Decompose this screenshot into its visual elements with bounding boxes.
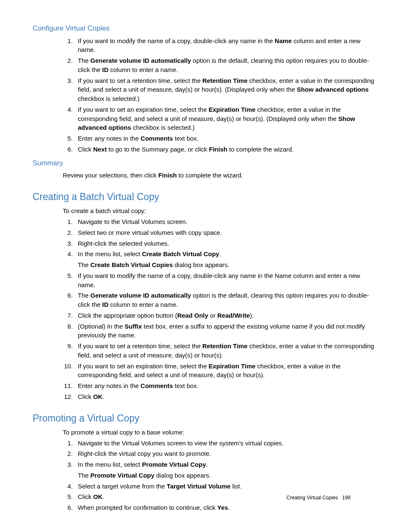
heading-promoting-virtual-copy: Promoting a Virtual Copy xyxy=(33,411,375,425)
list-item: If you want to set a retention time, sel… xyxy=(74,76,375,103)
list-item: The Generate volume ID automatically opt… xyxy=(74,291,375,309)
list-item: Select two or more virtual volumes with … xyxy=(74,228,375,237)
list-item: If you want to set an expiration time, s… xyxy=(74,105,375,132)
footer-page: 199 xyxy=(342,495,350,501)
list-item: Navigate to the Virtual Volumes screen t… xyxy=(74,439,375,448)
list-item: Click OK. xyxy=(74,392,375,401)
heading-configure-virtual-copies: Configure Virtual Copies xyxy=(33,23,375,34)
list-item: Navigate to the Virtual Volumes screen. xyxy=(74,217,375,226)
list-item: If you want to set an expiration time, s… xyxy=(74,362,375,380)
list-item: Select a target volume from the Target V… xyxy=(74,482,375,491)
list-item: Right-click the virtual copy you want to… xyxy=(74,449,375,458)
list-item: (Optional) In the Suffix text box, enter… xyxy=(74,322,375,340)
list-item: Right-click the selected volumes. xyxy=(74,239,375,248)
list-item: Enter any notes in the Comments text box… xyxy=(74,381,375,391)
list-item: In the menu list, select Promote Virtual… xyxy=(74,460,375,480)
heading-summary: Summary xyxy=(33,158,375,169)
list-item: Click the appropriate option button (Rea… xyxy=(74,311,375,320)
summary-text: Review your selections, then click Finis… xyxy=(63,171,375,180)
list-item: If you want to modify the name of a copy… xyxy=(74,36,375,55)
intro-batch: To create a batch virtual copy: xyxy=(63,206,375,216)
list-item: In the menu list, select Create Batch Vi… xyxy=(74,249,375,270)
list-batch-virtual-copy: Navigate to the Virtual Volumes screen.S… xyxy=(62,217,375,401)
intro-promote: To promote a virtual copy to a base volu… xyxy=(63,428,375,437)
list-item: When prompted for confirmation to contin… xyxy=(74,503,375,512)
list-item: If you want to modify the name of a copy… xyxy=(74,271,375,290)
heading-creating-batch-virtual-copy: Creating a Batch Virtual Copy xyxy=(33,190,375,204)
list-item: Enter any notes in the Comments text box… xyxy=(74,134,375,143)
list-item: If you want to set a retention time, sel… xyxy=(74,342,375,360)
page-footer: Creating Virtual Copies 199 xyxy=(286,494,350,501)
list-configure-virtual-copies: If you want to modify the name of a copy… xyxy=(62,36,375,154)
footer-label: Creating Virtual Copies xyxy=(286,495,338,501)
list-item: The Generate volume ID automatically opt… xyxy=(74,56,375,75)
list-item: Click Next to go to the Summary page, or… xyxy=(74,145,375,154)
